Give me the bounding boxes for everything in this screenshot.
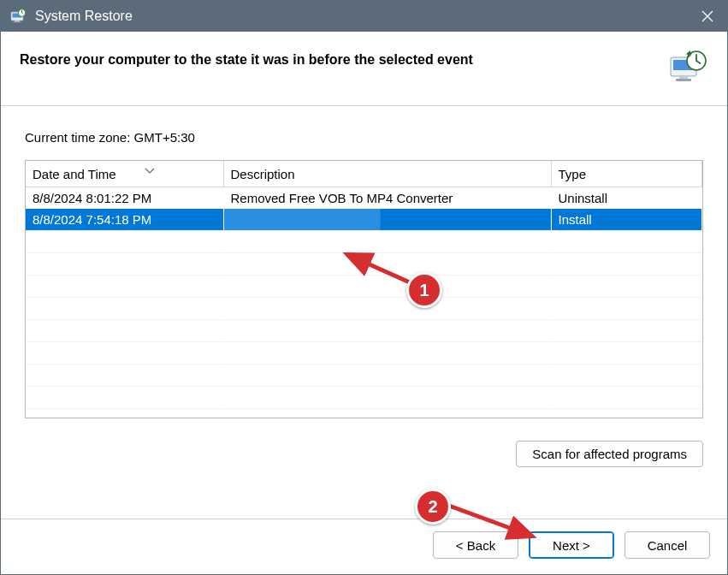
wizard-footer: < Back Next > Cancel (1, 519, 727, 574)
cell-type: Install (551, 209, 702, 231)
sort-chevron-down-icon (145, 163, 155, 177)
cancel-button[interactable]: Cancel (624, 531, 710, 559)
timezone-label: Current time zone: GMT+5:30 (25, 130, 703, 145)
col-header-description-label: Description (231, 167, 295, 181)
system-restore-window: System Restore Restore your computer to … (0, 0, 728, 575)
scan-affected-programs-button[interactable]: Scan for affected programs (516, 441, 703, 467)
table-row[interactable]: 8/8/2024 7:54:18 PM Install (26, 209, 702, 231)
table-row-empty (26, 253, 702, 276)
back-button[interactable]: < Back (433, 531, 518, 559)
titlebar: System Restore (1, 1, 727, 32)
content-area: Current time zone: GMT+5:30 Date and Tim… (1, 106, 727, 519)
col-header-datetime[interactable]: Date and Time (26, 161, 223, 187)
next-button[interactable]: Next > (529, 531, 614, 559)
cell-description (223, 209, 551, 231)
cell-datetime: 8/8/2024 8:01:22 PM (26, 187, 223, 210)
svg-rect-8 (679, 76, 688, 79)
col-header-type[interactable]: Type (551, 161, 702, 187)
table-row-empty (26, 409, 702, 419)
table-row-empty (26, 365, 702, 387)
table-row-empty (26, 387, 702, 409)
page-heading: Restore your computer to the state it wa… (20, 47, 667, 68)
restore-graphic-icon (667, 47, 708, 88)
col-header-type-label: Type (559, 167, 587, 181)
cell-description: Removed Free VOB To MP4 Converter (223, 187, 551, 210)
svg-rect-2 (15, 21, 20, 22)
svg-rect-3 (14, 21, 21, 22)
table-row-empty (26, 298, 702, 320)
table-row-empty (26, 231, 702, 253)
table-row-empty (26, 320, 702, 342)
system-restore-icon (9, 8, 27, 25)
table-row-empty (26, 342, 702, 365)
svg-rect-9 (676, 79, 691, 81)
cell-type: Uninstall (551, 187, 702, 210)
wizard-header: Restore your computer to the state it wa… (1, 32, 727, 105)
restore-points-table[interactable]: Date and Time Description Type (25, 160, 703, 418)
table-row[interactable]: 8/8/2024 8:01:22 PM Removed Free VOB To … (26, 187, 702, 210)
window-title: System Restore (35, 9, 133, 24)
col-header-datetime-label: Date and Time (33, 167, 116, 181)
close-button[interactable] (688, 1, 727, 32)
table-row-empty (26, 276, 702, 298)
col-header-description[interactable]: Description (223, 161, 551, 187)
cell-datetime: 8/8/2024 7:54:18 PM (26, 209, 223, 231)
